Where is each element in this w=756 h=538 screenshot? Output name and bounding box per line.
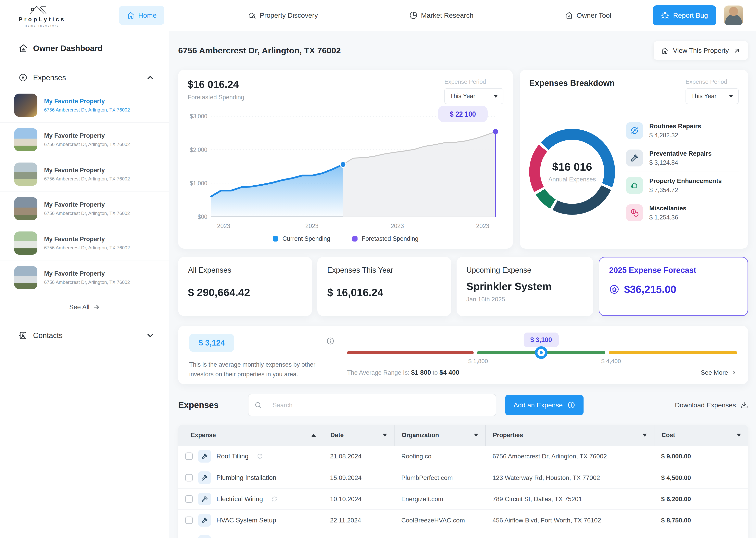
download-expenses-button[interactable]: Download Expenses <box>675 401 748 409</box>
coins-icon <box>630 208 639 217</box>
svg-text:$ 22 100: $ 22 100 <box>450 110 476 118</box>
stat-card-value: Sprinkler System <box>466 280 584 292</box>
house-circle-icon <box>609 284 619 295</box>
search-input[interactable] <box>272 402 490 409</box>
legend-dot <box>352 236 357 242</box>
breakdown-item-label: Preventative Repairs <box>649 150 712 157</box>
svg-text:2023: 2023 <box>217 222 230 230</box>
sidebar-property-item[interactable]: My Favorite Property6756 Ambercrest Dr, … <box>0 260 169 295</box>
report-bug-button[interactable]: Report Bug <box>653 5 716 26</box>
sidebar-section-contacts[interactable]: Contacts <box>0 331 169 340</box>
svg-text:$1,000: $1,000 <box>190 180 207 187</box>
stat-card-value: $36,215.00 <box>609 283 738 295</box>
stat-card-subtext: Jan 16th 2025 <box>466 296 584 303</box>
sidebar-property-item[interactable]: My Favorite Property6756 Ambercrest Dr, … <box>0 191 169 226</box>
table-row[interactable]: Plumbing Installation15.09.2024PlumbPerf… <box>178 467 748 488</box>
app-root: PropLytics Home Investors HomeProperty D… <box>0 0 756 538</box>
nav-item-label: Market Research <box>421 11 473 19</box>
row-checkbox[interactable] <box>185 495 193 503</box>
stat-card-value-text: Sprinkler System <box>466 281 552 292</box>
column-header-organization[interactable]: Organization <box>394 425 485 446</box>
stat-card-label: Upcoming Expense <box>466 266 584 274</box>
property-cell: 789 Circuit St, Dallas, TX 75201 <box>485 496 654 503</box>
slider-handle[interactable] <box>535 346 547 359</box>
stat-card-value: $ 16,016.24 <box>327 286 442 298</box>
hammer-icon <box>201 496 208 503</box>
column-header-properties[interactable]: Properties <box>485 425 654 446</box>
row-checkbox[interactable] <box>185 474 193 481</box>
breakdown-period-select[interactable]: This Year <box>685 88 739 104</box>
property-text: My Favorite Property6756 Ambercrest Dr, … <box>44 132 130 147</box>
row-checkbox[interactable] <box>185 516 193 524</box>
range-prefix: The Average Range Is: <box>347 369 409 376</box>
column-header-expense[interactable]: Expense <box>178 425 323 446</box>
column-header-label: Cost <box>662 432 675 439</box>
expense-period-select[interactable]: This Year <box>444 88 503 104</box>
breakdown-item-text: Miscellanies$ 1,254.36 <box>649 205 686 221</box>
property-title: My Favorite Property <box>44 132 130 139</box>
sidebar-property-item[interactable]: My Favorite Property6756 Ambercrest Dr, … <box>0 157 169 191</box>
info-icon[interactable] <box>326 334 340 376</box>
table-row[interactable]: HVAC System Setup22.11.2024CoolBreezeHVA… <box>178 510 748 531</box>
column-header-label: Expense <box>191 432 216 439</box>
expense-name: HVAC System Setup <box>216 516 276 524</box>
spending-chart: $3,000$2,000$1,000$002023202320232023$ 2… <box>188 106 503 232</box>
dashboard-home-icon <box>19 43 28 53</box>
sidebar-section-expenses[interactable]: Expenses <box>0 73 169 82</box>
add-expense-button[interactable]: Add an Expense <box>505 395 584 415</box>
sort-asc-icon[interactable] <box>311 434 316 437</box>
expenses-section-label: Expenses <box>33 74 140 82</box>
stat-card-upcoming-expense[interactable]: Upcoming ExpenseSprinkler SystemJan 16th… <box>456 257 593 316</box>
brand-logo[interactable]: PropLytics Home Investors <box>13 4 72 27</box>
property-thumbnail <box>14 163 37 186</box>
nav-item-label: Home <box>138 11 157 19</box>
see-more-link[interactable]: See More <box>701 369 737 376</box>
table-row[interactable]: Plumbing Installation15.09.2024AquaFlowP… <box>178 531 748 538</box>
column-header-cost[interactable]: Cost <box>654 425 748 446</box>
chevron-up-icon <box>146 73 155 82</box>
divider <box>267 401 267 409</box>
view-property-label: View This Property <box>673 47 729 54</box>
stat-card-expenses-this-year[interactable]: Expenses This Year$ 16,016.24 <box>317 257 451 316</box>
stat-card-2025-expense-forecast[interactable]: 2025 Expense Forecast$36,215.00 <box>599 257 748 316</box>
expense-type-chip <box>198 493 211 505</box>
breakdown-item: Routines Repairs$ 4,282.32 <box>626 117 739 144</box>
see-all-link[interactable]: See All <box>0 303 169 311</box>
nav-item-market-research[interactable]: Market Research <box>402 6 481 25</box>
view-property-button[interactable]: View This Property <box>654 41 748 60</box>
sort-desc-icon[interactable] <box>737 434 741 437</box>
divider <box>14 63 156 63</box>
add-expense-label: Add an Expense <box>513 401 563 409</box>
stat-card-all-expenses[interactable]: All Expenses$ 290,664.42 <box>178 257 312 316</box>
nav-item-owner-tool[interactable]: Owner Tool <box>557 6 619 25</box>
annual-expenses-label: Annual Expenses <box>548 176 596 183</box>
user-avatar[interactable] <box>724 6 743 25</box>
breakdown-item-amount: $ 1,254.36 <box>649 214 686 221</box>
stat-card-value-text: $ 290,664.42 <box>188 287 250 298</box>
nav-item-label: Property Discovery <box>260 11 318 19</box>
cost-cell: $ 8,750.00 <box>654 517 748 524</box>
column-header-date[interactable]: Date <box>323 425 394 446</box>
house-search-icon <box>248 11 256 19</box>
nav-item-property-discovery[interactable]: Property Discovery <box>240 6 326 25</box>
hammer-icon <box>201 517 208 524</box>
property-title: My Favorite Property <box>44 201 130 208</box>
property-cell: 123 Waterway Rd, Houston, TX 77002 <box>485 474 654 481</box>
nav-item-home[interactable]: Home <box>119 6 165 25</box>
table-row[interactable]: Roof Tilling21.08.2024Roofing.co6756 Amb… <box>178 446 748 467</box>
chart-legend: Current SpendingForetasted Spending <box>188 232 503 243</box>
sort-desc-icon[interactable] <box>383 434 387 437</box>
legend-dot <box>273 236 278 242</box>
sidebar-property-item[interactable]: My Favorite Property6756 Ambercrest Dr, … <box>0 88 169 122</box>
row-checkbox[interactable] <box>185 453 193 460</box>
property-thumbnail <box>14 128 37 151</box>
sidebar-property-item[interactable]: My Favorite Property6756 Ambercrest Dr, … <box>0 122 169 157</box>
sidebar-property-item[interactable]: My Favorite Property6756 Ambercrest Dr, … <box>0 226 169 260</box>
breakdown-item: Miscellanies$ 1,254.36 <box>626 199 739 226</box>
table-row[interactable]: Electrical Wiring10.10.2024EnergizeIt.co… <box>178 488 748 510</box>
svg-text:2023: 2023 <box>306 222 318 230</box>
sort-desc-icon[interactable] <box>474 434 478 437</box>
sidebar-title: Owner Dashboard <box>33 44 103 53</box>
property-address: 6756 Ambercrest Dr, Arlington, TX 76002 <box>44 280 130 285</box>
sort-desc-icon[interactable] <box>642 434 647 437</box>
